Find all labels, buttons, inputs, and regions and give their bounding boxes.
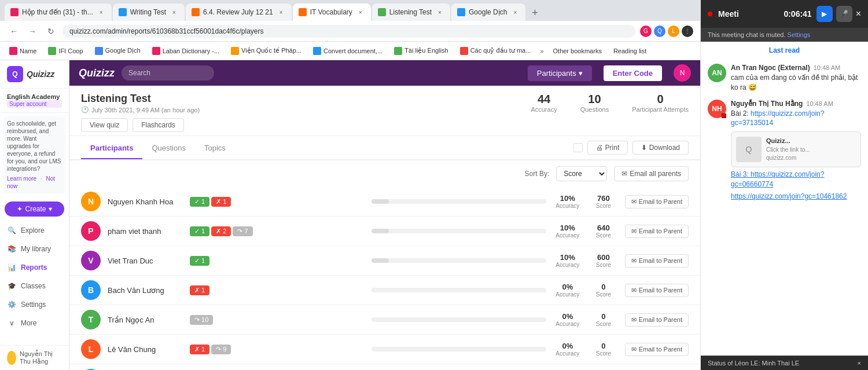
meeting-settings-link[interactable]: Settings [788,31,811,38]
new-tab-button[interactable]: + [527,5,543,21]
tab-gmail[interactable]: Hộp thư đến (31) - th... × [5,3,112,21]
meeting-header: Meeti 0:06:41 ▶ 🎤 × [701,0,868,28]
bookmark-google-dich[interactable]: Google Dịch [90,46,145,56]
refresh-button[interactable]: ↻ [44,24,58,38]
view-quiz-button[interactable]: View quiz [81,118,128,132]
sidebar-item-label-library: My library [21,245,51,253]
score-value-0: 760 [589,194,618,203]
msg-link-bai3[interactable]: Bài 3: https://quizizz.com/join?gc=06660… [731,170,861,189]
msg-header-nh: Nguyễn Thị Thu Hằng 10:48 AM [731,100,861,108]
meeting-close-button[interactable]: × [856,9,861,19]
email-parent-button-2[interactable]: ✉ Email to Parent [625,254,689,268]
flashcards-button[interactable]: Flashcards [133,118,184,132]
quizizz-logo-text: Quizizz [27,69,54,79]
email-parent-button-4[interactable]: ✉ Email to Parent [625,313,689,327]
sidebar-item-explore[interactable]: 🔍 Explore [0,221,69,240]
quizizz-search-input[interactable] [122,65,214,80]
stat-attempts-label: Participant Attempts [632,106,689,113]
tab-favicon-review [192,8,200,16]
sidebar-item-settings[interactable]: ⚙️ Settings [0,295,69,314]
meeting-video-button[interactable]: ▶ [816,6,833,22]
meeting-mic-button[interactable]: 🎤 [836,6,852,22]
forward-button[interactable]: → [25,24,39,38]
tab-title-review: 6.4. Review July 12 21 [203,8,273,16]
create-button[interactable]: ✦ Create ▾ [5,202,64,217]
correct-chip-1: ✓ 1 [190,226,209,236]
tab-vocabulary[interactable]: IT Vocabulary × [293,3,371,21]
bookmark-laban[interactable]: Laban Dictionary -... [148,46,224,56]
user-avatar-topbar[interactable]: N [674,64,691,82]
participant-answers-4: ↷ 10 [190,315,365,325]
bookmark-convert[interactable]: Convert document,... [308,46,387,56]
ext-icon-4: ⋮ [682,25,693,37]
participant-name-1: pham viet thanh [108,227,183,236]
bookmark-ifi[interactable]: IFI Coop [43,46,87,56]
bookmark-label-convert: Convert document,... [323,47,382,54]
accuracy-value-0: 10% [553,194,582,203]
msg-link-bai3-2[interactable]: https://quizizz.com/join?gc=10461862 [731,192,861,202]
participant-row-6: NNguyen Manh Hieu↷ 100%Accuracy0Score✉ E… [69,364,700,370]
tab-close-listening[interactable]: × [435,8,444,17]
delete-button[interactable] [573,143,583,152]
meeting-title-area: Meeti 0:06:41 [708,9,812,19]
bookmark-other[interactable]: Other bookmarks [549,46,606,56]
tab-listening[interactable]: Listening Test × [372,3,450,21]
back-button[interactable]: ← [7,24,21,38]
tab-favicon-writing [119,8,127,16]
tab-close-writing[interactable]: × [170,8,179,17]
participant-avatar-2: V [81,251,101,270]
sidebar-item-classes[interactable]: 🎓 Classes [0,277,69,295]
download-button[interactable]: ⬇ Download [632,141,689,155]
email-all-parents-button[interactable]: ✉ Email all parents [614,166,689,181]
email-parent-button-1[interactable]: ✉ Email to Parent [625,225,689,238]
more-bookmarks-indicator[interactable]: » [538,46,546,56]
print-label: Print [605,144,620,152]
email-parent-button-3[interactable]: ✉ Email to Parent [625,284,689,297]
bookmark-reading[interactable]: Reading list [609,46,651,56]
score-value-3: 0 [589,283,618,291]
bookmark-tailieu[interactable]: Tài liệu English [389,46,453,56]
url-input[interactable] [62,25,635,38]
footer-user: Nguyễn Thị Thu Hằng [0,345,69,370]
chat-message-1: AN An Tran Ngoc (External) 10:48 AM cam … [708,64,861,93]
tab-close-google[interactable]: × [510,8,520,17]
tab-close-vocabulary[interactable]: × [356,8,365,17]
sidebar-item-reports[interactable]: 📊 Reports [0,258,69,277]
report-actions: View quiz Flashcards [81,118,200,132]
reports-dropdown-button[interactable]: Participants ▾ [528,65,592,81]
tab-topics[interactable]: Topics [195,138,235,159]
bookmark-vien[interactable]: Viện Quốc tế Pháp... [226,46,306,56]
print-button[interactable]: 🖨 Print [587,141,628,155]
tab-close-review[interactable]: × [277,8,286,17]
participant-row-1: Ppham viet thanh✓ 1✗ 2↷ 710%Accuracy640S… [69,217,700,246]
sort-select[interactable]: Score Accuracy Name [556,166,607,181]
tab-review[interactable]: 6.4. Review July 12 21 × [186,3,292,21]
bookmark-label-vien: Viện Quốc tế Pháp... [241,47,301,54]
bookmark-quy[interactable]: Các quỹ đầu tư ma... [455,46,536,56]
classes-icon: 🎓 [7,281,16,291]
participant-score-1: 640Score [589,224,618,239]
tab-google[interactable]: Google Dịch × [451,3,525,21]
meeting-muted-notice: This meeting chat is muted. Settings [701,28,868,42]
sidebar-item-my-library[interactable]: 📚 My library [0,240,69,258]
tab-close-gmail[interactable]: × [97,8,106,17]
tab-writing[interactable]: Writing Test × [113,3,185,21]
msg-body-nh: Nguyễn Thị Thu Hằng 10:48 AM Bài 2: http… [731,100,861,202]
tab-title-gmail: Hộp thư đến (31) - th... [22,8,93,16]
user-academy-name: English Academy [7,93,62,100]
correct-chip-0: ✓ 1 [190,197,209,207]
tab-questions[interactable]: Questions [142,138,195,159]
report-action-buttons: 🖨 Print ⬇ Download [573,136,689,159]
tab-participants[interactable]: Participants [81,138,142,159]
sidebar-item-more[interactable]: ∨ More [0,314,69,332]
bookmark-favicon-tailieu [394,47,402,55]
stat-accuracy: 44 Accuracy [531,93,557,113]
meeting-status-close[interactable]: × [858,360,861,367]
enter-code-button[interactable]: Enter Code [604,65,662,81]
email-parent-button-5[interactable]: ✉ Email to Parent [625,343,689,356]
learn-more-link[interactable]: Learn more [7,175,36,182]
wrong-chip-3: ✗ 1 [190,285,209,295]
correct-chip-2: ✓ 1 [190,256,209,266]
bookmark-name[interactable]: Name [5,46,41,56]
email-parent-button-0[interactable]: ✉ Email to Parent [625,195,689,208]
